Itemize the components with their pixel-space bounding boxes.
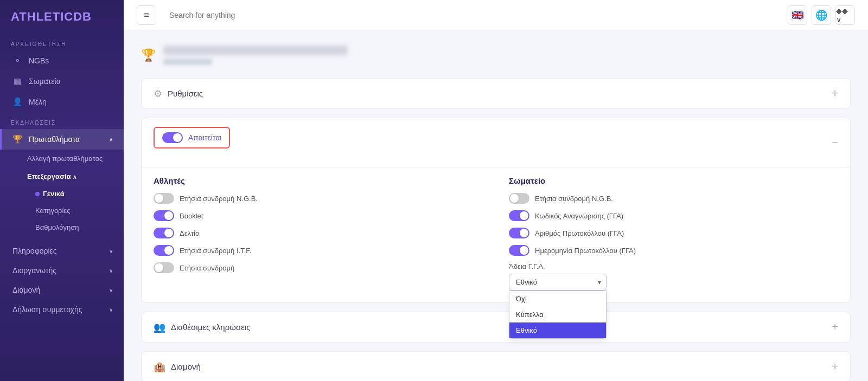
sidebar-sub-sub-item-kathgories[interactable]: Κατηγορίες <box>0 202 124 219</box>
dropdown-option-ethniko[interactable]: Εθνικό <box>509 322 606 338</box>
draws-section-card: 👥 Διαθέσιμες κληρώσεις + <box>141 312 851 343</box>
sidebar-sub-sub-item-genika[interactable]: Γενικά <box>0 185 124 202</box>
logo: ATHLETICDB <box>0 0 124 34</box>
draws-label: Διαθέσιμες κληρώσεις <box>171 322 250 332</box>
sidebar-item-ngbs[interactable]: ⚬ NGBs <box>0 50 124 71</box>
dilosi-chevron: ∨ <box>109 307 113 313</box>
thumb <box>155 263 163 272</box>
topbar: ≡ 🇬🇧 🌐 ◆◆ ∨ <box>124 0 868 30</box>
sidebar-item-dilosi[interactable]: Δήλωση συμμετοχής ∨ <box>0 300 124 319</box>
dioorganotis-chevron: ∨ <box>109 268 113 274</box>
kathgories-label: Κατηγορίες <box>35 206 70 215</box>
license-group: Άδεια Γ.Γ.Α. Όχι Κύπελλα Εθνικό ▾ <box>509 262 838 290</box>
settings-expand-btn[interactable]: + <box>832 87 838 100</box>
draws-section-header[interactable]: 👥 Διαθέσιμες κληρώσεις + <box>142 312 850 342</box>
draws-expand-btn[interactable]: + <box>832 321 838 333</box>
sidebar-item-somateio[interactable]: ▦ Σωματεία <box>0 71 124 92</box>
license-label: Άδεια Γ.Γ.Α. <box>509 262 838 270</box>
main-content: ≡ 🇬🇧 🌐 ◆◆ ∨ 🏆 <box>124 0 868 381</box>
globe-button[interactable]: 🌐 <box>812 5 831 25</box>
page-header-icon: 🏆 <box>141 48 156 62</box>
dropdown-option-ochi[interactable]: Όχι <box>509 291 606 307</box>
license-dropdown-wrapper: Όχι Κύπελλα Εθνικό ▾ Όχι Κύπελλα Εθνικό <box>509 274 607 290</box>
somateio-toggle-3[interactable] <box>509 245 529 256</box>
required-section-header[interactable]: Απαιτείται − <box>142 118 850 167</box>
somateio-col: Σωματείο Ετήσια συνδρομή N.G.B. Κωδικός … <box>509 176 838 290</box>
two-columns: Αθλητές Ετήσια συνδρομή N.G.B. Booklet Δ… <box>154 176 838 290</box>
athlete-toggle-row-3: Ετήσια συνδρομή I.T.F. <box>154 245 483 256</box>
somateio-toggle-row-1: Κωδικός Αναγνώρισης (ΓΓΑ) <box>509 210 838 221</box>
settings-section-header[interactable]: ⚙ Ρυθμίσεις + <box>142 79 850 108</box>
search-input[interactable] <box>163 7 781 24</box>
accommodation-section-card: 🏨 Διαμονή + <box>141 351 851 381</box>
dropdown-option-kipella[interactable]: Κύπελλα <box>509 307 606 322</box>
diamoni-chevron: ∨ <box>109 287 113 293</box>
accommodation-section-header[interactable]: 🏨 Διαμονή + <box>142 352 850 381</box>
diamond-button[interactable]: ◆◆ ∨ <box>835 5 855 25</box>
required-expand-btn[interactable]: − <box>832 137 838 149</box>
required-toggle[interactable] <box>162 132 183 143</box>
ngbs-icon: ⚬ <box>12 56 22 66</box>
page-content: 🏆 ⚙ Ρυθμίσεις + <box>124 30 868 381</box>
thumb <box>164 246 173 255</box>
thumb <box>510 194 519 203</box>
athlete-label-0: Ετήσια συνδρομή N.G.B. <box>180 195 258 203</box>
athlete-toggle-3[interactable] <box>154 245 174 256</box>
somateio-icon: ▦ <box>12 76 22 86</box>
genika-label: Γενικά <box>43 190 65 198</box>
athlete-toggle-1[interactable] <box>154 210 174 221</box>
plirofoties-chevron: ∨ <box>109 248 113 254</box>
required-section-card: Απαιτείται − Αθλητές Ετήσια συνδρομή N.G… <box>141 118 851 303</box>
accommodation-label: Διαμονή <box>171 362 201 371</box>
somateio-label-3: Ημερομηνία Πρωτοκόλλου (ΓΓΑ) <box>535 247 636 255</box>
sidebar-item-diamoni[interactable]: Διαμονή ∨ <box>0 280 124 300</box>
diamond-icon: ◆◆ ∨ <box>836 7 854 24</box>
athlete-toggle-2[interactable] <box>154 228 174 238</box>
sidebar-item-protathlimata[interactable]: 🏆 Πρωταθλήματα ∧ <box>0 129 124 150</box>
thumb <box>164 229 173 237</box>
settings-header-left: ⚙ Ρυθμίσεις <box>154 88 203 100</box>
sidebar-item-plirofoties[interactable]: Πληροφορίες ∨ <box>0 241 124 261</box>
page-header-text <box>163 46 348 65</box>
diamoni-label: Διαμονή <box>12 286 40 294</box>
topbar-right: 🇬🇧 🌐 ◆◆ ∨ <box>788 5 855 25</box>
athlete-label-3: Ετήσια συνδρομή I.T.F. <box>180 247 251 255</box>
language-button[interactable]: 🇬🇧 <box>788 5 807 25</box>
menu-button[interactable]: ≡ <box>137 5 156 25</box>
thumb <box>155 194 163 203</box>
somateio-toggle-row-3: Ημερομηνία Πρωτοκόλλου (ΓΓΑ) <box>509 245 838 256</box>
flag-icon: 🇬🇧 <box>792 9 803 21</box>
thumb <box>520 229 528 237</box>
somateio-label-0: Ετήσια συνδρομή N.G.B. <box>535 195 613 203</box>
settings-icon: ⚙ <box>154 88 162 100</box>
athlete-toggle-0[interactable] <box>154 193 174 204</box>
page-subtitle-blurred <box>163 59 212 65</box>
somateio-toggle-2[interactable] <box>509 228 529 238</box>
accommodation-expand-btn[interactable]: + <box>832 360 838 373</box>
somateio-col-title: Σωματείο <box>509 176 838 185</box>
somateio-toggle-0[interactable] <box>509 193 529 204</box>
sidebar-item-meli[interactable]: 👤 Μέλη <box>0 92 124 112</box>
license-dropdown[interactable]: Όχι Κύπελλα Εθνικό <box>509 274 607 290</box>
archived-section-label: ΑΡΧΕΙΟΘΕΤΗΣΗ <box>0 34 124 50</box>
sidebar-item-dioorganotis[interactable]: Διοργανωτής ∨ <box>0 261 124 280</box>
logo-text: ATHLETICDB <box>11 10 92 24</box>
settings-section-card: ⚙ Ρυθμίσεις + <box>141 78 851 109</box>
epexergasia-chevron: ∧ <box>73 174 76 180</box>
sidebar-sub-item-epexergasia[interactable]: Επεξεργασία ∧ <box>0 167 124 185</box>
required-toggle-row: Απαιτείται <box>154 127 230 148</box>
draws-header-left: 👥 Διαθέσιμες κληρώσεις <box>154 321 250 333</box>
somateio-toggle-1[interactable] <box>509 210 529 221</box>
accommodation-icon: 🏨 <box>154 361 165 373</box>
protathlimata-icon: 🏆 <box>12 134 22 144</box>
sidebar-sub-item-allagi[interactable]: Αλλαγή πρωταθλήματος <box>0 150 124 167</box>
sidebar-item-ngbs-label: NGBs <box>29 56 49 65</box>
required-header-left: Απαιτείται <box>154 127 230 158</box>
globe-icon: 🌐 <box>815 9 827 21</box>
athlete-toggle-4[interactable] <box>154 262 174 273</box>
logo-prefix: ATHLETIC <box>11 10 73 23</box>
sidebar-sub-sub-item-bathologia[interactable]: Βαθμολόγηση <box>0 219 124 236</box>
athlete-label-4: Ετήσια συνδρομή <box>180 264 234 272</box>
thumb <box>520 211 528 220</box>
license-dropdown-menu: Όχι Κύπελλα Εθνικό <box>509 290 607 339</box>
